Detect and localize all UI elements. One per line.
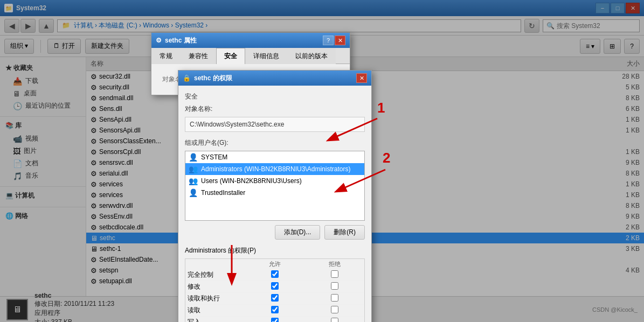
security-title-text: sethc 的权限 [194,74,232,83]
security-title: 🔒 sethc 的权限 [183,74,232,83]
add-user-button[interactable]: 添加(D)... [275,225,321,240]
perm-allow-write [245,317,305,323]
user-users[interactable]: 👥 Users (WIN-BN2KB8RNIU3\Users) [185,175,364,187]
perm-deny-full-checkbox[interactable] [331,270,338,278]
perm-name-modify: 修改 [185,281,245,293]
user-name-admin: Administrators (WIN-BN2KB8RNIU3\Administ… [201,165,350,173]
user-name-system: SYSTEM [201,153,227,161]
perm-allow-full [245,269,305,281]
user-name-ti: TrustedInstaller [201,189,245,197]
tab-compatibility[interactable]: 兼容性 [181,48,216,64]
user-system[interactable]: 👤 SYSTEM [185,151,364,163]
security-controls: ✕ [356,73,367,83]
perm-name-write: 写入 [185,317,245,323]
perm-allow-readexec [245,293,305,305]
security-content: 安全 对象名称: C:\Windows\System32\sethc.exe 组… [178,86,371,322]
object-name-label: 对象名称: [185,104,365,114]
tab-details[interactable]: 详细信息 [245,48,287,64]
perm-allow-modify-checkbox[interactable] [271,282,279,290]
perm-col-deny: 拒绝 [304,259,364,269]
tab-general[interactable]: 常规 [151,48,181,64]
security-title-icon: 🔒 [183,74,191,82]
properties-titlebar: ⚙ sethc 属性 ? ✕ [151,33,350,48]
perm-deny-readexec [304,293,364,305]
user-administrators[interactable]: 👥 Administrators (WIN-BN2KB8RNIU3\Admini… [185,163,364,175]
security-dialog: 🔒 sethc 的权限 ✕ 安全 对象名称: C:\Windows\System… [178,70,372,322]
perm-name-readexec: 读取和执行 [185,293,245,305]
perm-col-name [185,259,245,269]
perm-deny-read-checkbox[interactable] [331,306,338,313]
perm-deny-modify [304,281,364,293]
perm-deny-read [304,305,364,317]
security-titlebar: 🔒 sethc 的权限 ✕ [178,71,371,86]
perm-allow-write-checkbox[interactable] [271,318,279,322]
perm-deny-full [304,269,364,281]
properties-title: ⚙ sethc 属性 [156,36,197,45]
user-icon-ti: 👤 [189,188,198,197]
perm-allow-full-checkbox[interactable] [271,270,279,278]
perm-name-read: 读取 [185,305,245,317]
permissions-table: 允许 拒绝 完全控制 修改 [185,259,364,322]
security-close-button[interactable]: ✕ [356,73,367,83]
perm-row-read: 读取 [185,305,364,317]
user-icon-admin: 👥 [189,165,198,173]
tab-security[interactable]: 安全 [216,48,245,64]
perm-deny-write [304,317,364,323]
perm-deny-readexec-checkbox[interactable] [331,294,338,302]
properties-tabs: 常规 兼容性 安全 详细信息 以前的版本 [151,48,350,64]
permissions-scroll: 允许 拒绝 完全控制 修改 [185,258,365,322]
perm-allow-read-checkbox[interactable] [271,306,279,313]
security-section-label: 安全 [185,92,365,101]
properties-title-text: sethc 属性 [165,36,197,45]
perm-row-readexec: 读取和执行 [185,293,364,305]
perm-allow-modify [245,281,305,293]
perm-col-allow: 允许 [245,259,305,269]
perm-deny-modify-checkbox[interactable] [331,282,338,290]
perm-allow-read [245,305,305,317]
user-buttons: 添加(D)... 删除(R) [185,225,365,240]
properties-help-button[interactable]: ? [323,36,334,45]
remove-user-button[interactable]: 删除(R) [324,225,365,240]
object-name-value: C:\Windows\System32\sethc.exe [185,117,365,132]
permissions-header: Administrators 的权限(P) [185,246,365,255]
perm-row-full: 完全控制 [185,269,364,281]
user-trustedinstaller[interactable]: 👤 TrustedInstaller [185,187,364,199]
user-icon-system: 👤 [189,153,198,162]
properties-title-icon: ⚙ [156,37,162,44]
permissions-section: Administrators 的权限(P) 允许 拒绝 完全控 [185,246,365,322]
perm-deny-write-checkbox[interactable] [331,318,338,322]
users-list: 👤 SYSTEM 👥 Administrators (WIN-BN2KB8RNI… [185,151,365,221]
properties-controls: ? ✕ [323,36,345,45]
perm-allow-readexec-checkbox[interactable] [271,294,279,302]
perm-row-modify: 修改 [185,281,364,293]
perm-row-write: 写入 [185,317,364,323]
user-name-users: Users (WIN-BN2KB8RNIU3\Users) [201,177,302,185]
user-icon-users: 👥 [189,177,198,185]
main-window: 📁 System32 − □ ✕ ◀ ▶ ▲ 📁 计算机 › 本地磁盘 (C:)… [0,0,644,322]
group-label: 组或用户名(G): [185,138,365,148]
perm-name-full: 完全控制 [185,269,245,281]
tab-previous[interactable]: 以前的版本 [287,48,336,64]
object-label-text: 对象名称: [185,105,212,113]
properties-close-button[interactable]: ✕ [335,36,345,45]
